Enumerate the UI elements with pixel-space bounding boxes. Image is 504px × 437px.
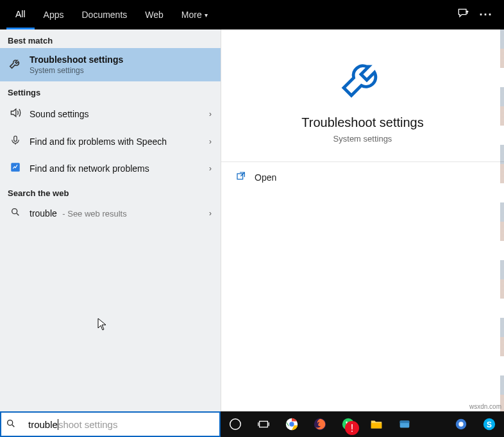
sound-icon <box>8 106 23 122</box>
taskbar-whatsapp-icon[interactable]: ! <box>337 413 359 435</box>
action-open-label: Open <box>255 172 276 183</box>
feedback-icon[interactable] <box>451 7 475 23</box>
taskbar-app-icon[interactable] <box>394 413 416 435</box>
tab-more-label: More <box>181 10 202 20</box>
wrench-icon <box>8 56 23 73</box>
more-options-icon[interactable]: ··· <box>475 8 498 22</box>
web-query: trouble <box>29 208 57 218</box>
search-icon <box>8 207 23 220</box>
result-subtitle: System settings <box>29 66 123 75</box>
open-icon <box>234 171 248 183</box>
svg-point-4 <box>8 420 13 425</box>
result-title: Find and fix problems with Speech <box>29 136 167 147</box>
web-hint: - See web results <box>62 209 126 218</box>
tab-all[interactable]: All <box>6 0 35 29</box>
taskbar-taskview-icon[interactable] <box>253 413 274 435</box>
result-web-search[interactable]: trouble - See web results › <box>0 201 221 226</box>
svg-point-8 <box>289 422 294 426</box>
svg-point-2 <box>12 209 17 214</box>
results-panel: Best match Troubleshoot settings System … <box>0 29 221 411</box>
chevron-right-icon: › <box>209 137 212 146</box>
result-title: Troubleshoot settings <box>29 54 123 65</box>
section-search-web: Search the web <box>0 182 221 201</box>
result-title: Find and fix network problems <box>29 163 149 174</box>
detail-title: Troubleshoot settings <box>221 115 504 130</box>
background-window-edge <box>500 29 504 411</box>
svg-rect-15 <box>400 421 410 424</box>
cursor-icon <box>97 318 108 334</box>
svg-text:S: S <box>487 420 492 429</box>
network-icon <box>8 161 23 176</box>
taskbar-file-explorer-icon[interactable] <box>365 413 387 435</box>
chevron-right-icon: › <box>209 209 212 218</box>
detail-panel: Troubleshoot settings System settings Op… <box>221 29 504 411</box>
search-filter-tabs: All Apps Documents Web More ▾ ··· <box>0 0 504 29</box>
tab-more[interactable]: More ▾ <box>172 0 217 29</box>
tab-documents[interactable]: Documents <box>72 0 136 29</box>
svg-rect-0 <box>14 136 17 141</box>
result-speech-troubleshoot[interactable]: Find and fix problems with Speech › <box>0 128 221 155</box>
taskbar-tray-icon-1[interactable] <box>450 413 472 435</box>
search-input[interactable] <box>21 419 219 430</box>
chevron-right-icon: › <box>209 110 212 119</box>
svg-point-5 <box>230 419 241 430</box>
section-best-match: Best match <box>0 29 221 48</box>
result-sound-settings[interactable]: Sound settings › <box>0 100 221 128</box>
svg-rect-13 <box>371 423 382 428</box>
taskbar-skype-icon[interactable]: S <box>478 413 500 435</box>
result-best-match[interactable]: Troubleshoot settings System settings <box>0 48 221 81</box>
svg-rect-6 <box>260 421 268 427</box>
tab-web[interactable]: Web <box>136 0 172 29</box>
watermark: wsxdn.com <box>469 403 501 410</box>
taskbar: ! S <box>221 411 504 437</box>
svg-point-17 <box>458 422 463 426</box>
taskbar-chrome-icon[interactable] <box>281 413 303 435</box>
detail-subtitle: System settings <box>221 134 504 144</box>
search-box[interactable]: troubleshoot settings <box>0 411 221 437</box>
result-network-troubleshoot[interactable]: Find and fix network problems › <box>0 155 221 182</box>
chevron-down-icon: ▾ <box>205 12 208 19</box>
chevron-right-icon: › <box>209 164 212 173</box>
section-settings: Settings <box>0 81 221 100</box>
taskbar-cortana-icon[interactable] <box>224 413 246 435</box>
search-icon <box>1 418 21 431</box>
taskbar-firefox-icon[interactable] <box>309 413 331 435</box>
wrench-icon <box>221 55 504 104</box>
result-title: Sound settings <box>29 109 89 119</box>
action-open[interactable]: Open <box>221 162 504 192</box>
svg-text:!: ! <box>351 422 354 434</box>
tab-apps[interactable]: Apps <box>35 0 73 29</box>
microphone-icon <box>8 135 23 149</box>
